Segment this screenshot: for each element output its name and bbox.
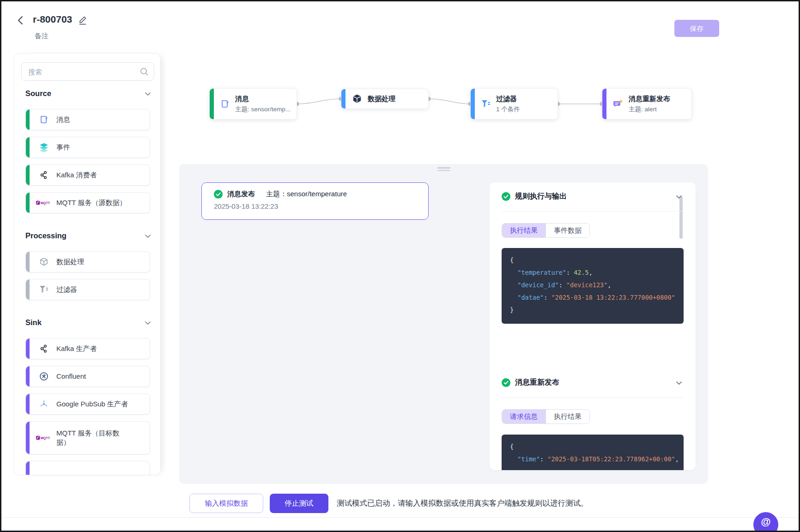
node-accent-bar: [602, 89, 606, 119]
rule-output-tabs: 执行结果 事件数据: [502, 223, 590, 238]
source-accent-bar: [26, 193, 30, 213]
kafka-icon: [36, 171, 52, 179]
section-header-sink[interactable]: Sink: [25, 318, 151, 327]
mqtt-logo-icon: MQTT: [36, 435, 52, 441]
node-subtitle: 主题: alert: [629, 105, 670, 114]
events-layers-icon: [36, 143, 52, 152]
node-accent-bar: [471, 89, 475, 119]
note-placeholder[interactable]: 备注: [35, 32, 48, 41]
chevron-down-icon[interactable]: [675, 379, 683, 387]
rule-id-title: r-800703: [33, 14, 72, 25]
search-input[interactable]: [22, 68, 140, 76]
section-rule-output: 规则执行与输出: [502, 192, 684, 201]
chevron-down-icon: [145, 233, 151, 239]
success-check-icon: [214, 190, 223, 199]
footer-divider: [1, 517, 799, 518]
test-results-panel: 消息发布 主题：sensor/temperature 2025-03-18 13…: [179, 164, 708, 484]
palette-item-events[interactable]: 事件: [25, 137, 150, 158]
sink-accent-bar: [26, 461, 30, 475]
section-header-source[interactable]: Source: [25, 89, 151, 98]
pubsub-icon: [36, 400, 52, 408]
processing-accent-bar: [26, 252, 30, 272]
palette-item-pubsub-producer[interactable]: Google PubSub 生产者: [25, 393, 150, 415]
chevron-down-icon[interactable]: [675, 193, 683, 200]
sink-accent-bar: [26, 366, 30, 387]
flow-node-data-processing[interactable]: 数据处理: [341, 89, 429, 109]
node-title: 消息重新发布: [629, 95, 670, 103]
section-header-processing[interactable]: Processing: [25, 231, 151, 240]
sink-accent-bar: [26, 339, 30, 359]
node-title: 消息: [235, 95, 291, 103]
at-icon: @: [761, 516, 770, 528]
request-info-json: { "time": "2025-03-18T05:22:23.778962+00…: [502, 435, 684, 470]
event-title: 消息发布: [227, 190, 255, 199]
divider: [502, 397, 684, 398]
tab-execution-result[interactable]: 执行结果: [545, 410, 589, 423]
tab-request-info[interactable]: 请求信息: [502, 410, 545, 423]
svg-text:MQTT: MQTT: [41, 201, 50, 205]
chevron-down-icon: [145, 91, 151, 97]
funnel-icon: [481, 100, 491, 108]
palette-item-kafka-producer[interactable]: Kafka 生产者: [25, 338, 150, 359]
tab-execution-result[interactable]: 执行结果: [502, 224, 545, 237]
section-title: 规则执行与输出: [515, 192, 567, 201]
edit-pencil-icon[interactable]: [78, 15, 88, 25]
funnel-icon: [36, 285, 52, 294]
scrollbar-thumb[interactable]: [679, 196, 683, 239]
node-subtitle: 1 个条件: [496, 105, 520, 114]
cube-icon: [36, 257, 52, 266]
republish-tabs: 请求信息 执行结果: [502, 409, 590, 424]
save-button[interactable]: 保存: [674, 20, 719, 37]
section-republish: 消息重新发布: [502, 378, 684, 387]
mqtt-logo-icon: MQTT: [36, 200, 52, 206]
node-title: 过滤器: [496, 95, 520, 103]
section-title: 消息重新发布: [515, 378, 559, 387]
palette-item-mqtt-sink[interactable]: MQTT MQTT 服务（目标数据）: [25, 421, 150, 454]
flow-node-republish[interactable]: 消息重新发布 主题: alert: [602, 88, 692, 120]
search-icon: [140, 67, 148, 76]
node-subtitle: 主题: sensor/temp...: [235, 105, 291, 114]
divider: [502, 211, 684, 212]
event-topic: 主题：sensor/temperature: [266, 190, 347, 199]
palette-item-messages[interactable]: 消息: [25, 109, 150, 130]
test-event-card[interactable]: 消息发布 主题：sensor/temperature 2025-03-18 13…: [201, 182, 429, 220]
confluent-icon: [36, 372, 52, 381]
test-mode-status-text: 测试模式已启动，请输入模拟数据或使用真实客户端触发规则以进行测试。: [337, 498, 588, 508]
node-palette-sidebar: Source 消息 事件 Kafka 消费者: [14, 53, 161, 475]
success-check-icon: [502, 192, 510, 201]
search-box[interactable]: [21, 62, 154, 81]
stop-test-button[interactable]: 停止测试: [270, 494, 328, 513]
palette-item-mqtt-source[interactable]: MQTT MQTT 服务（源数据）: [25, 192, 150, 213]
sink-accent-bar: [26, 394, 30, 414]
palette-item-data-processing[interactable]: 数据处理: [25, 251, 150, 272]
node-title: 数据处理: [368, 95, 395, 103]
input-mock-data-button[interactable]: 输入模拟数据: [189, 494, 263, 513]
source-accent-bar: [26, 137, 30, 157]
palette-item-kafka-consumer[interactable]: Kafka 消费者: [25, 164, 150, 186]
palette-item-cutoff[interactable]: [25, 461, 150, 475]
message-doc-icon: [220, 99, 230, 109]
node-accent-bar: [341, 89, 345, 109]
execution-detail-card: 规则执行与输出 执行结果 事件数据 { "temperature": 42.5,…: [490, 182, 696, 470]
back-icon[interactable]: [15, 15, 26, 26]
flow-node-messages[interactable]: 消息 主题: sensor/temp...: [209, 88, 297, 120]
palette-item-confluent[interactable]: Confluent: [25, 366, 150, 387]
processing-accent-bar: [26, 279, 30, 300]
execution-result-json: { "temperature": 42.5, "device_id": "dev…: [502, 248, 684, 324]
republish-icon: [613, 99, 623, 109]
tab-event-data[interactable]: 事件数据: [545, 224, 589, 237]
chevron-down-icon: [145, 320, 151, 326]
source-accent-bar: [26, 165, 30, 185]
svg-text:MQTT: MQTT: [41, 436, 50, 440]
flow-node-filter[interactable]: 过滤器 1 个条件: [470, 88, 558, 120]
node-accent-bar: [210, 89, 214, 119]
source-accent-bar: [26, 109, 30, 130]
event-timestamp: 2025-03-18 13:22:23: [214, 202, 419, 210]
sink-accent-bar: [26, 422, 30, 454]
palette-item-filter[interactable]: 过滤器: [25, 279, 150, 300]
rule-editor-page: r-800703 备注 保存 Source 消息: [0, 0, 800, 532]
panel-drag-handle[interactable]: [437, 166, 450, 171]
support-chat-fab[interactable]: @: [753, 512, 778, 532]
message-doc-icon: [36, 115, 52, 124]
success-check-icon: [502, 378, 510, 387]
